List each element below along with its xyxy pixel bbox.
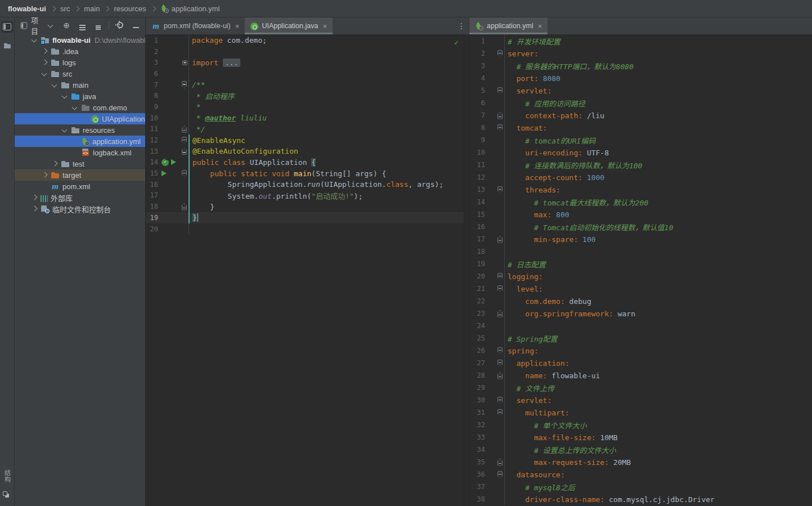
fold-marker-icon[interactable] [497, 310, 503, 317]
fold-marker-icon[interactable] [497, 347, 503, 355]
code-line-32[interactable]: 32 # 单个文件大小 [470, 419, 812, 431]
code-line-15[interactable]: 15 public static void main(String[] args… [146, 168, 464, 179]
breadcrumb-item[interactable]: resources [114, 5, 146, 13]
code-line-21[interactable]: 21 level: [470, 283, 812, 295]
code-line-14[interactable]: 14 # tomcat最大线程数，默认为200 [470, 196, 812, 208]
tree-row-.idea[interactable]: .idea [15, 46, 145, 57]
code-line-10[interactable]: 10 uri-encoding: UTF-8 [470, 146, 812, 159]
fold-marker-icon[interactable] [497, 124, 503, 132]
tree-row-application.yml[interactable]: application.yml [15, 136, 145, 147]
code-line-2[interactable]: 2server: [470, 47, 812, 60]
code-line-7[interactable]: 7/** [146, 79, 464, 91]
settings-button[interactable] [114, 21, 126, 29]
code-line-26[interactable]: 26spring: [470, 344, 812, 357]
tree-row-java[interactable]: java [15, 91, 145, 102]
fold-marker-icon[interactable] [497, 50, 503, 57]
code-line-38[interactable]: 38 driver-class-name: com.mysql.cj.jdbc.… [470, 493, 812, 505]
fold-marker-icon[interactable] [497, 397, 503, 404]
code-line-2[interactable]: 2 [146, 46, 464, 57]
tree-row-src[interactable]: src [15, 68, 145, 79]
fold-marker-icon[interactable] [497, 360, 503, 367]
hide-panel-button[interactable] [129, 21, 142, 29]
fold-marker-icon[interactable] [497, 112, 503, 119]
breadcrumb-item[interactable]: flowable-ui [8, 5, 46, 13]
project-tool-window-button[interactable] [1, 21, 13, 33]
code-line-29[interactable]: 29 # 文件上传 [470, 382, 812, 394]
editor-splitter[interactable] [464, 35, 470, 506]
code-line-1[interactable]: 1# 开发环境配置 [470, 35, 812, 47]
run-icon[interactable] [171, 159, 176, 165]
code-line-33[interactable]: 33 max-file-size: 10MB [470, 431, 812, 444]
tree-row-临时文件和控制台[interactable]: 临时文件和控制台 [15, 203, 145, 214]
tree-row-logback.xml[interactable]: logback.xml [15, 147, 145, 158]
code-line-5[interactable]: 5 servlet: [470, 84, 812, 97]
fold-marker-icon[interactable] [497, 285, 503, 293]
fold-marker-icon[interactable] [497, 236, 503, 243]
code-line-18[interactable]: 18 } [146, 201, 464, 212]
code-line-16[interactable]: 16 # Tomcat启动初始化的线程数，默认值10 [470, 221, 812, 233]
code-line-16[interactable]: 16 SpringApplication.run(UIApplication.c… [146, 179, 464, 190]
tab-options-icon[interactable]: ⋮ [457, 17, 465, 34]
code-line-24[interactable]: 24 [470, 320, 812, 332]
tree-row-flowable-ui[interactable]: flowable-uiD:\dwsh\flowable-ui [15, 34, 145, 46]
code-line-11[interactable]: 11 # 连接数满后的排队数，默认为100 [470, 159, 812, 171]
spring-boot-rerun-icon[interactable] [161, 159, 169, 166]
fold-marker-icon[interactable] [497, 409, 503, 417]
fold-marker-icon[interactable] [182, 60, 187, 65]
code-line-37[interactable]: 37 # mysql8之后 [470, 481, 812, 493]
inspection-ok-icon[interactable]: ✓ [454, 38, 459, 47]
java-editor[interactable]: 1package com.demo;23import ...67/**8 * 启… [146, 35, 464, 506]
close-tab-icon[interactable]: × [538, 22, 542, 30]
fold-marker-icon[interactable] [497, 186, 503, 194]
collapse-all-button[interactable] [92, 21, 104, 29]
code-line-17[interactable]: 17 System.out.println("启动成功!"); [146, 190, 464, 201]
fold-marker-icon[interactable] [182, 137, 187, 144]
tree-row-logs[interactable]: logs [15, 57, 145, 68]
code-line-6[interactable]: 6 # 应用的访问路径 [470, 97, 812, 109]
structure-tool-window-button[interactable]: 结构 [1, 469, 13, 483]
code-line-18[interactable]: 18 [470, 245, 812, 258]
code-line-31[interactable]: 31 multipart: [470, 406, 812, 419]
fold-marker-icon[interactable] [497, 459, 503, 466]
code-line-27[interactable]: 27 application: [470, 357, 812, 369]
fold-marker-icon[interactable] [497, 372, 503, 379]
tree-row-uiapplication[interactable]: UIApplication [15, 113, 145, 124]
code-line-28[interactable]: 28 name: flowable-ui [470, 369, 812, 382]
expand-all-button[interactable] [76, 21, 88, 29]
code-line-30[interactable]: 30 servlet: [470, 394, 812, 406]
code-line-3[interactable]: 3import ... [146, 57, 464, 68]
tree-row-test[interactable]: test [15, 158, 145, 169]
tree-row-外部库[interactable]: 外部库 [15, 192, 145, 203]
code-line-8[interactable]: 8 tomcat: [470, 122, 812, 134]
commit-tool-window-button[interactable] [1, 490, 13, 501]
code-line-3[interactable]: 3 # 服务器的HTTP端口，默认为8080 [470, 60, 812, 72]
code-line-15[interactable]: 15 max: 800 [470, 208, 812, 221]
tree-row-com.demo[interactable]: com.demo [15, 102, 145, 113]
breadcrumb-item[interactable]: main [84, 5, 100, 13]
close-tab-icon[interactable]: × [322, 22, 327, 30]
code-line-6[interactable]: 6 [146, 68, 464, 79]
code-line-7[interactable]: 7 context-path: /liu [470, 109, 812, 122]
code-line-1[interactable]: 1package com.demo; [146, 35, 464, 46]
code-line-23[interactable]: 23 org.springframework: warn [470, 307, 812, 320]
code-line-13[interactable]: 13@EnableAutoConfiguration [146, 146, 464, 157]
folder-tool-window-button[interactable] [1, 39, 13, 51]
fold-marker-icon[interactable] [497, 273, 503, 280]
tree-row-resources[interactable]: resources [15, 124, 145, 136]
fold-marker-icon[interactable] [497, 87, 503, 95]
code-line-20[interactable]: 20logging: [470, 270, 812, 283]
fold-marker-icon[interactable] [182, 126, 187, 133]
code-line-36[interactable]: 36 datasource: [470, 468, 812, 481]
code-line-11[interactable]: 11 */ [146, 124, 464, 135]
code-line-20[interactable]: 20 [146, 223, 464, 235]
tab-application.yml[interactable]: application.yml× [469, 17, 548, 34]
breadcrumb-file[interactable]: application.yml [160, 5, 220, 13]
code-line-8[interactable]: 8 * 启动程序 [146, 90, 464, 101]
code-line-35[interactable]: 35 max-request-size: 20MB [470, 456, 812, 468]
run-icon[interactable] [161, 171, 167, 176]
code-line-4[interactable]: 4 port: 8080 [470, 72, 812, 84]
code-line-13[interactable]: 13 threads: [470, 183, 812, 196]
fold-marker-icon[interactable] [497, 471, 503, 478]
code-line-14[interactable]: 14public class UIApplication { [146, 157, 464, 168]
fold-marker-icon[interactable] [182, 147, 187, 155]
